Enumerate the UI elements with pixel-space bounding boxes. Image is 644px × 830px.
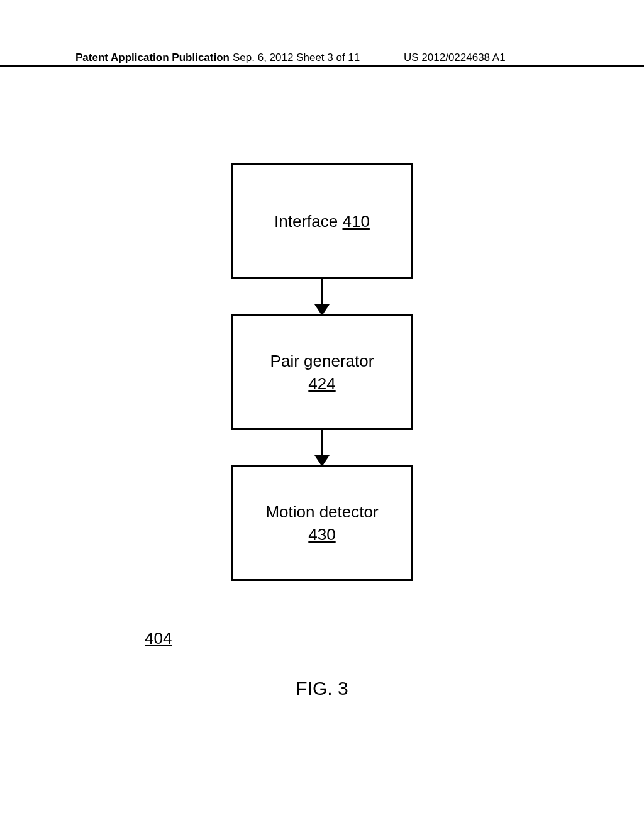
arrow-head-icon [314,455,330,467]
box-pair-generator-label: Pair generator [270,351,374,370]
header-publication-type: Patent Application Publication [75,52,230,64]
arrow-2 [321,430,323,465]
box-motion-detector-label: Motion detector [265,502,378,521]
box-motion-detector-ref: 430 [308,525,335,544]
box-pair-generator-ref: 424 [308,374,335,393]
box-interface-label: Interface [274,212,342,231]
header-date-sheet: Sep. 6, 2012 Sheet 3 of 11 [233,52,360,64]
arrow-1 [321,279,323,314]
figure-caption: FIG. 3 [0,678,644,699]
box-interface-ref: 410 [343,212,370,231]
header-publication-number: US 2012/0224638 A1 [404,52,506,64]
page-header: Patent Application Publication Sep. 6, 2… [0,52,644,67]
box-interface: Interface 410 [231,163,413,279]
arrow-head-icon [314,304,330,316]
flowchart-diagram: Interface 410 Pair generator 424 Motion … [0,163,644,581]
figure-reference-number: 404 [145,629,172,648]
box-pair-generator: Pair generator 424 [231,314,413,430]
box-motion-detector: Motion detector 430 [231,465,413,581]
